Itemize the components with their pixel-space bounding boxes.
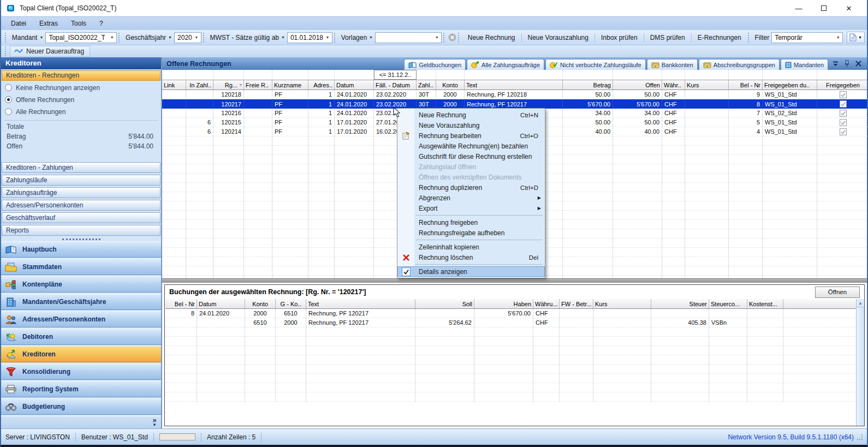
sidebar-section-zahlungsaufträge[interactable]: Zahlungsaufträge (2, 187, 160, 198)
column-header-steuerco[interactable]: Steuerco... (709, 299, 747, 308)
column-header-zahl[interactable]: Zahl.. (417, 80, 436, 90)
open-button[interactable]: Öffnen (815, 287, 860, 298)
close-panel-icon[interactable] (855, 61, 861, 67)
menu-item-neue-vorauszahlung[interactable]: Neue Vorauszahlung (397, 120, 545, 130)
geschaeftsjahr-menu-button[interactable]: Geschäftsjahr▼ (123, 34, 174, 41)
sidebar-section-reports[interactable]: Reports (2, 225, 160, 236)
menu-extras[interactable]: Extras (33, 18, 64, 29)
tab-nicht-verbuchte-zahlungsläufe[interactable]: Nicht verbuchte Zahlungsläufe (545, 59, 646, 70)
nav-item-mandanten-geschäftsjahre[interactable]: Mandanten/Geschäftsjahre (1, 294, 161, 310)
nav-item-kontenpläne[interactable]: Kontenpläne (1, 276, 161, 293)
sidebar-section-geschäftsverlauf[interactable]: Geschäftsverlauf (2, 212, 160, 223)
scroll-up-icon[interactable]: ▲ (857, 299, 864, 307)
menu-item-gutschrift-für-diese-rechnung-erstellen[interactable]: Gutschrift für diese Rechnung erstellen (397, 151, 545, 162)
column-header-konto[interactable]: Konto (436, 80, 465, 90)
column-header-text[interactable]: Text (465, 80, 563, 90)
nav-item-debitoren[interactable]: Debitoren (1, 329, 161, 345)
report-button[interactable]: ▼ (847, 32, 865, 43)
column-header-freigegeben[interactable]: Freigegeben (817, 80, 868, 90)
nav-item-kreditoren[interactable]: Kreditoren (1, 346, 161, 362)
column-header-haben[interactable]: Haben (474, 299, 533, 308)
nav-item-adressen-personenkonten[interactable]: Adressen/Personenkonten (1, 311, 161, 327)
table-row[interactable]: 120218PF124.01.202023.02.202030T2000Rech… (162, 90, 867, 99)
table-row[interactable]: 120217PF124.01.202023.02.202030T2000Rech… (162, 99, 867, 109)
column-header-offen[interactable]: Offen (613, 80, 662, 90)
clear-filter-icon[interactable] (448, 33, 456, 41)
pin-icon[interactable] (844, 60, 850, 67)
tab-abschreibungsgruppen[interactable]: Abschreibungsgruppen (699, 59, 780, 70)
sidebar-section-kreditoren-rechnungen[interactable]: Kreditoren - Rechnungen (2, 70, 160, 81)
column-header-datum[interactable]: Datum (197, 299, 245, 308)
overflow-chevron-button[interactable]: »▼ (152, 418, 157, 427)
sidebar-section-zahlungsläufe[interactable]: Zahlungsläufe (2, 175, 160, 186)
menu-item-export[interactable]: Export▶ (397, 203, 545, 213)
menu-datei[interactable]: Datei (4, 18, 33, 29)
nav-item-hauptbuch[interactable]: Hauptbuch (1, 241, 161, 258)
column-header-link[interactable]: Link (162, 80, 186, 90)
column-header-freigegeben-du[interactable]: Freigegeben du.. (763, 80, 817, 90)
toolbar-button-dms-prüfen[interactable]: DMS prüfen (645, 32, 690, 43)
resize-grip[interactable] (857, 434, 863, 440)
menu-item-rechnung-bearbeiten[interactable]: Rechnung bearbeitenCtrl+O (397, 130, 545, 141)
column-header-adres[interactable]: Adres.. (308, 80, 335, 90)
radio-offene-rechnungen[interactable]: Offene Rechnungen (1, 94, 161, 106)
sidebar-splitter-handle[interactable] (1, 237, 161, 241)
nav-item-budgetierung[interactable]: Budgetierung (1, 398, 161, 415)
vorlagen-combobox[interactable]: ▼ (375, 32, 442, 43)
sidebar-section-kreditoren-zahlungen[interactable]: Kreditoren - Zahlungen (2, 162, 160, 173)
column-header-g-ko[interactable]: G - Ko.. (276, 299, 306, 308)
tab-geldbuchungen[interactable]: Geldbuchungen (404, 59, 466, 70)
horizontal-splitter[interactable] (162, 278, 867, 283)
column-header-währ[interactable]: Währ.. (662, 80, 685, 90)
radio-alle-rechnungen[interactable]: Alle Rechnungen (1, 106, 161, 118)
vorlagen-menu-button[interactable]: Vorlagen▼ (339, 34, 375, 41)
menu-item-rechnung-duplizieren[interactable]: Rechnung duplizierenCtrl+D (397, 182, 545, 193)
menu-item-rechnung-freigeben[interactable]: Rechnung freigeben (397, 217, 545, 228)
mwst-menu-button[interactable]: MWST - Sätze gültig ab▼ (207, 34, 287, 41)
column-header-soll[interactable]: Soll (415, 299, 474, 308)
tab-alle-zahlungsaufträge[interactable]: Alle Zahlungsaufträge (467, 59, 544, 70)
tab-mandanten[interactable]: Mandanten (781, 59, 828, 70)
column-header-betrag[interactable]: Betrag (563, 80, 613, 90)
maximize-button[interactable] (811, 1, 836, 16)
nav-item-stammdaten[interactable]: Stammdaten (1, 259, 161, 275)
column-header-konto[interactable]: Konto (245, 299, 276, 308)
column-header-bel-nr[interactable]: Bel - Nr (729, 80, 763, 90)
toolbar-button-neue-vorauszahlung[interactable]: Neue Vorauszahlung (523, 32, 593, 43)
table-row[interactable]: 65102000Rechnung, PF 1202175'264.62CHF40… (165, 318, 864, 327)
menu-item-rechnungsfreigabe-aufheben[interactable]: Rechnungsfreigabe aufheben (397, 228, 545, 238)
column-header-fw-betr[interactable]: FW - Betr... (560, 299, 593, 308)
column-header-kostenst[interactable]: Kostenst... (747, 299, 783, 308)
column-header-währu[interactable]: Währu... (533, 299, 560, 308)
toolbar-button-inbox-prüfen[interactable]: Inbox prüfen (596, 32, 643, 43)
neuer-dauerauftrag-button[interactable]: Neuer Dauerauftrag (10, 46, 90, 57)
column-header-kurs[interactable]: Kurs (593, 299, 651, 308)
nav-item-reporting-system[interactable]: Reporting System (1, 381, 161, 397)
filter-combobox[interactable]: Temporär▼ (771, 32, 843, 43)
menu-item-zelleninhalt-kopieren[interactable]: Zelleninhalt kopieren (397, 242, 545, 252)
menu-item-details-anzeigen[interactable]: Details anzeigen (397, 266, 545, 277)
column-header-kurzname[interactable]: Kurzname (272, 80, 308, 90)
column-header-text[interactable]: Text (306, 299, 415, 308)
mandant-menu-button[interactable]: Mandant▼ (10, 34, 46, 41)
collapse-chevrons-icon[interactable] (833, 61, 839, 67)
column-header-freie-r[interactable]: Freie R.. (244, 80, 272, 90)
close-button[interactable]: ✕ (836, 1, 861, 16)
menu-item-abgrenzen[interactable]: Abgrenzen▶ (397, 193, 545, 203)
column-header-rg[interactable]: Rg...▿ (213, 80, 244, 90)
table-row[interactable]: 824.01.202020006510Rechnung, PF 1202175'… (165, 309, 864, 318)
column-header-fäll-datum[interactable]: Fäll. - Datum (374, 80, 417, 90)
column-header-kurs[interactable]: Kurs (685, 80, 729, 90)
mwst-combobox[interactable]: 01.01.2018▼ (287, 32, 332, 43)
menu-item-ausgewählte-rechnung-en-bezahlen[interactable]: Ausgewählte Rechnung(en) bezahlen (397, 141, 545, 151)
mandant-combobox[interactable]: Topal_ISO20022_T▼ (45, 32, 117, 43)
toolbar-button-e-rechnungen[interactable]: E-Rechnungen (693, 32, 746, 43)
column-header-datum[interactable]: Datum (335, 80, 374, 90)
menu-item-rechnung-löschen[interactable]: Rechnung löschenDel (397, 252, 545, 263)
column-header-in-zahl[interactable]: In Zahl.. (186, 80, 213, 90)
menu-[interactable]: ? (93, 18, 110, 29)
menu-item-neue-rechnung[interactable]: Neue RechnungCtrl+N (397, 110, 545, 120)
minimize-button[interactable]: — (786, 1, 811, 16)
tab-bankkonten[interactable]: Bankkonten (647, 59, 698, 70)
geschaeftsjahr-combobox[interactable]: 2020▼ (174, 32, 201, 43)
